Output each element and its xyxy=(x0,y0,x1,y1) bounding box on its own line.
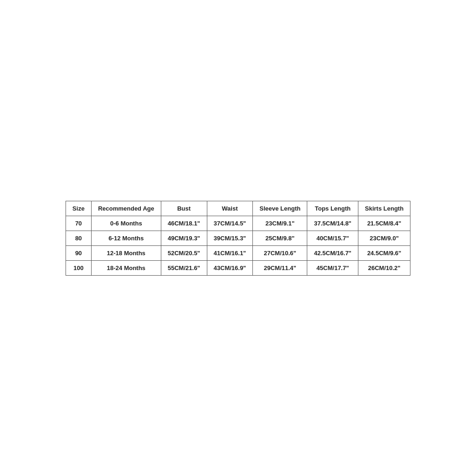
cell-waist: 41CM/16.1" xyxy=(207,245,253,260)
cell-tops: 40CM/15.7" xyxy=(307,231,358,245)
cell-sleeve: 23CM/9.1" xyxy=(253,216,307,231)
cell-bust: 49CM/19.3" xyxy=(161,231,207,245)
cell-skirts: 23CM/9.0" xyxy=(358,231,410,245)
cell-sleeve: 27CM/10.6" xyxy=(253,245,307,260)
table-header-row: Size Recommended Age Bust Waist Sleeve L… xyxy=(66,201,410,216)
size-chart-table: Size Recommended Age Bust Waist Sleeve L… xyxy=(66,201,410,276)
cell-age: 0-6 Months xyxy=(91,216,161,231)
cell-bust: 55CM/21.6" xyxy=(161,260,207,275)
header-bust: Bust xyxy=(161,201,207,216)
cell-age: 6-12 Months xyxy=(91,231,161,245)
header-waist: Waist xyxy=(207,201,253,216)
cell-tops: 37.5CM/14.8" xyxy=(307,216,358,231)
cell-size: 80 xyxy=(66,231,91,245)
cell-skirts: 26CM/10.2" xyxy=(358,260,410,275)
header-tops-length: Tops Length xyxy=(307,201,358,216)
cell-tops: 45CM/17.7" xyxy=(307,260,358,275)
table-row: 9012-18 Months52CM/20.5"41CM/16.1"27CM/1… xyxy=(66,245,410,260)
cell-skirts: 24.5CM/9.6" xyxy=(358,245,410,260)
table-row: 10018-24 Months55CM/21.6"43CM/16.9"29CM/… xyxy=(66,260,410,275)
header-sleeve-length: Sleeve Length xyxy=(253,201,307,216)
cell-waist: 43CM/16.9" xyxy=(207,260,253,275)
header-skirts-length: Skirts Length xyxy=(358,201,410,216)
cell-size: 100 xyxy=(66,260,91,275)
cell-age: 12-18 Months xyxy=(91,245,161,260)
cell-waist: 37CM/14.5" xyxy=(207,216,253,231)
cell-size: 90 xyxy=(66,245,91,260)
cell-size: 70 xyxy=(66,216,91,231)
table-row: 806-12 Months49CM/19.3"39CM/15.3"25CM/9.… xyxy=(66,231,410,245)
cell-bust: 46CM/18.1" xyxy=(161,216,207,231)
cell-waist: 39CM/15.3" xyxy=(207,231,253,245)
header-size: Size xyxy=(66,201,91,216)
cell-skirts: 21.5CM/8.4" xyxy=(358,216,410,231)
cell-sleeve: 29CM/11.4" xyxy=(253,260,307,275)
table-row: 700-6 Months46CM/18.1"37CM/14.5"23CM/9.1… xyxy=(66,216,410,231)
header-recommended-age: Recommended Age xyxy=(91,201,161,216)
size-chart-container: Size Recommended Age Bust Waist Sleeve L… xyxy=(66,201,410,276)
cell-bust: 52CM/20.5" xyxy=(161,245,207,260)
cell-age: 18-24 Months xyxy=(91,260,161,275)
cell-sleeve: 25CM/9.8" xyxy=(253,231,307,245)
cell-tops: 42.5CM/16.7" xyxy=(307,245,358,260)
